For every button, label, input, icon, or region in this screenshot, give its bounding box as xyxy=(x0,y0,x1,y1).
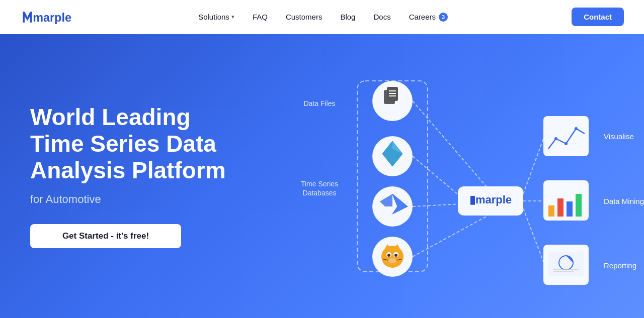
svg-text:Visualise: Visualise xyxy=(604,132,634,141)
nav-blog[interactable]: Blog xyxy=(340,13,355,21)
svg-point-23 xyxy=(388,258,396,263)
chevron-down-icon: ▾ xyxy=(231,14,234,20)
svg-text:Databases: Databases xyxy=(303,189,337,197)
hero-cta-button[interactable]: Get Started - it's free! xyxy=(30,224,181,248)
svg-rect-40 xyxy=(548,205,554,217)
hero-title: World Leading Time Series Data Analysis … xyxy=(30,104,247,184)
svg-rect-42 xyxy=(567,201,573,217)
svg-line-33 xyxy=(413,216,488,257)
svg-line-53 xyxy=(523,208,543,262)
svg-text:▮marple: ▮marple xyxy=(469,193,512,206)
svg-text:Reporting: Reporting xyxy=(604,261,636,270)
svg-point-21 xyxy=(387,254,390,257)
svg-text:Time Series: Time Series xyxy=(301,180,338,188)
svg-text:Data Files: Data Files xyxy=(303,99,335,108)
logo[interactable]: marple xyxy=(20,8,74,26)
svg-line-30 xyxy=(413,101,491,191)
svg-rect-41 xyxy=(557,198,564,217)
nav-solutions[interactable]: Solutions ▾ xyxy=(198,13,234,21)
svg-rect-34 xyxy=(543,116,589,156)
svg-line-51 xyxy=(523,139,543,194)
hero-section: World Leading Time Series Data Analysis … xyxy=(0,34,644,318)
careers-badge: 3 xyxy=(439,13,448,22)
svg-rect-43 xyxy=(576,194,582,217)
nav-links: Solutions ▾ FAQ Customers Blog Docs Care… xyxy=(198,13,448,22)
svg-point-18 xyxy=(381,246,404,268)
diagram-area: Data Files Time Series Databases xyxy=(292,51,644,302)
navbar: marple Solutions ▾ FAQ Customers Blog Do… xyxy=(0,0,644,34)
hero-text-block: World Leading Time Series Data Analysis … xyxy=(30,104,247,248)
svg-point-36 xyxy=(565,142,568,145)
nav-customers[interactable]: Customers xyxy=(286,13,323,21)
svg-line-31 xyxy=(413,156,460,196)
svg-point-35 xyxy=(554,137,557,140)
svg-point-37 xyxy=(575,127,578,130)
svg-point-22 xyxy=(394,254,397,257)
hero-subtitle: for Automotive xyxy=(30,193,247,206)
nav-docs[interactable]: Docs xyxy=(373,13,390,21)
nav-careers[interactable]: Careers 3 xyxy=(409,13,448,22)
contact-button[interactable]: Contact xyxy=(572,8,624,26)
svg-text:Data Mining: Data Mining xyxy=(604,197,644,205)
svg-line-32 xyxy=(413,204,460,206)
nav-faq[interactable]: FAQ xyxy=(253,13,268,21)
svg-text:marple: marple xyxy=(33,11,71,24)
